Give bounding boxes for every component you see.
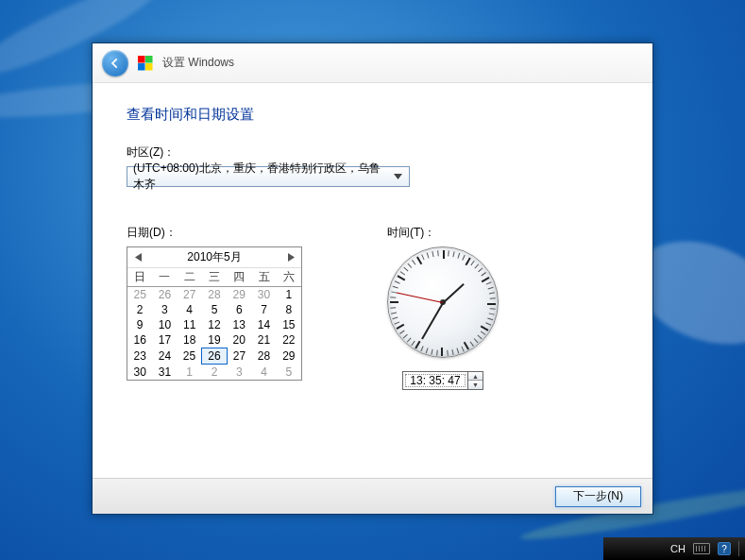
calendar-day[interactable]: 14 [251,317,276,332]
time-spin-up[interactable]: ▲ [468,372,483,381]
calendar-day[interactable]: 1 [277,287,301,303]
calendar-day[interactable]: 29 [227,287,251,303]
calendar-day[interactable]: 25 [178,348,202,365]
arrow-left-icon [109,57,122,70]
calendar-day[interactable]: 20 [227,332,251,348]
calendar-day[interactable]: 22 [277,332,301,348]
date-label: 日期(D)： [127,225,302,241]
calendar-day[interactable]: 26 [152,287,177,303]
calendar-weekday: 日 [127,268,152,287]
calendar: 2010年5月 日一二三四五六 252627282930123456789101… [127,246,302,381]
time-label: 时间(T)： [387,225,499,241]
calendar-day[interactable]: 17 [152,332,177,348]
calendar-day[interactable]: 8 [277,302,301,317]
calendar-day[interactable]: 7 [251,302,276,317]
calendar-day[interactable]: 16 [127,332,152,348]
calendar-day[interactable]: 30 [251,287,276,303]
calendar-day[interactable]: 12 [202,317,227,332]
time-spin-down[interactable]: ▼ [468,381,483,389]
calendar-day[interactable]: 5 [277,365,301,381]
help-button[interactable]: ? [718,542,731,555]
calendar-day[interactable]: 2 [202,365,227,381]
clock-second-hand [397,293,443,303]
calendar-prev-button[interactable] [131,251,144,264]
calendar-day[interactable]: 25 [127,287,152,303]
date-column: 日期(D)： 2010年5月 日一二三四五六 25262728293012345 [127,225,302,381]
calendar-weekday: 五 [251,268,276,287]
calendar-day[interactable]: 27 [178,287,202,303]
back-button[interactable] [102,50,128,76]
clock-hour-hand [442,283,464,304]
calendar-day[interactable]: 11 [178,317,202,332]
calendar-month-title: 2010年5月 [187,249,241,265]
calendar-day[interactable]: 24 [152,348,177,365]
calendar-day[interactable]: 27 [227,348,251,365]
window-title: 设置 Windows [162,55,234,71]
calendar-day[interactable]: 26 [202,348,227,365]
caret-left-icon [135,253,142,262]
setup-panel: 设置 Windows 查看时间和日期设置 时区(Z)： (UTC+08:00)北… [92,42,653,515]
calendar-table: 日一二三四五六 25262728293012345678910111213141… [127,268,301,380]
time-column: 时间(T)： ▲ ▼ [387,225,499,390]
language-indicator[interactable]: CH [670,543,686,554]
calendar-day[interactable]: 13 [227,317,251,332]
calendar-day[interactable]: 15 [277,317,301,332]
panel-header: 设置 Windows [93,43,652,83]
page-heading: 查看时间和日期设置 [127,106,618,124]
calendar-day[interactable]: 6 [227,302,251,317]
calendar-day[interactable]: 29 [277,348,301,365]
calendar-day[interactable]: 19 [202,332,227,348]
calendar-day[interactable]: 18 [178,332,202,348]
calendar-next-button[interactable] [284,251,297,264]
calendar-day[interactable]: 1 [178,365,202,381]
calendar-day[interactable]: 21 [251,332,276,348]
calendar-weekday: 二 [178,268,202,287]
timezone-selected: (UTC+08:00)北京，重庆，香港特别行政区，乌鲁木齐 [133,161,391,193]
calendar-weekday: 一 [152,268,177,287]
next-button[interactable]: 下一步(N) [555,486,641,507]
clock-minute-hand [421,303,444,340]
timezone-dropdown[interactable]: (UTC+08:00)北京，重庆，香港特别行政区，乌鲁木齐 [127,166,410,187]
calendar-day[interactable]: 2 [127,302,152,317]
calendar-day[interactable]: 10 [152,317,177,332]
calendar-day[interactable]: 4 [178,302,202,317]
keyboard-icon[interactable] [693,543,710,554]
calendar-day[interactable]: 5 [202,302,227,317]
calendar-day[interactable]: 9 [127,317,152,332]
panel-footer: 下一步(N) [93,478,652,514]
analog-clock [387,246,499,358]
calendar-day[interactable]: 31 [152,365,177,381]
calendar-day[interactable]: 3 [227,365,251,381]
time-spinner: ▲ ▼ [468,371,483,390]
calendar-day[interactable]: 30 [127,365,152,381]
calendar-day[interactable]: 28 [251,348,276,365]
windows-logo-icon [138,56,153,71]
taskbar: CH ? [603,537,745,560]
calendar-weekday: 六 [277,268,301,287]
calendar-day[interactable]: 4 [251,365,276,381]
timezone-label: 时区(Z)： [127,144,618,161]
caret-right-icon [288,253,295,262]
calendar-day[interactable]: 3 [152,302,177,317]
chevron-down-icon [391,169,405,184]
calendar-weekday: 三 [202,268,227,287]
time-input[interactable] [402,371,468,390]
calendar-day[interactable]: 28 [202,287,227,303]
calendar-weekday: 四 [227,268,251,287]
content-area: 查看时间和日期设置 时区(Z)： (UTC+08:00)北京，重庆，香港特别行政… [93,83,652,478]
calendar-day[interactable]: 23 [127,348,152,365]
